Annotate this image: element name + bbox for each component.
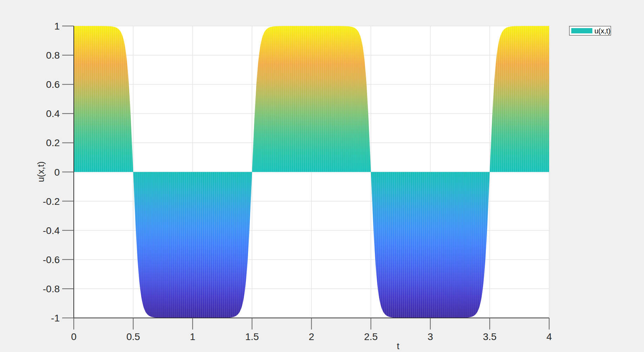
x-tick-label: 0 <box>71 331 77 342</box>
x-tick-label: 3.5 <box>483 331 496 342</box>
wave-block-striation <box>371 172 490 318</box>
y-tick-label: 0.2 <box>46 137 60 148</box>
y-tick-label: -0.8 <box>43 283 60 294</box>
x-tick-label: 1 <box>190 331 195 342</box>
y-tick-label: 1 <box>54 21 60 32</box>
legend-label: u(x,t) <box>594 27 611 34</box>
chart-canvas: 00.511.522.533.54-1-0.8-0.6-0.4-0.200.20… <box>0 0 644 352</box>
y-tick-label: 0 <box>54 167 60 178</box>
legend-box: u(x,t) <box>569 26 611 35</box>
x-tick-label: 4 <box>546 331 552 342</box>
y-tick-label: 0.4 <box>46 108 60 119</box>
y-tick-label: 0.6 <box>46 79 60 90</box>
x-tick-label: 2 <box>309 331 314 342</box>
legend-color-swatch <box>571 28 592 33</box>
matlab-figure: 00.511.522.533.54-1-0.8-0.6-0.4-0.200.20… <box>0 0 644 352</box>
y-tick-label: -0.4 <box>43 225 60 236</box>
x-tick-label: 1.5 <box>245 331 259 342</box>
y-tick-label: -0.6 <box>43 254 60 265</box>
y-tick-label: -0.2 <box>43 196 60 207</box>
x-axis-label: t <box>397 341 399 351</box>
wave-block-striation <box>74 26 133 172</box>
x-tick-label: 0.5 <box>126 331 140 342</box>
y-axis-label: u(x,t) <box>36 161 45 182</box>
wave-block-striation <box>490 26 549 172</box>
wave-block-striation <box>252 26 371 172</box>
x-tick-label: 2.5 <box>364 331 378 342</box>
x-tick-label: 3 <box>428 331 433 342</box>
wave-block-striation <box>133 172 252 318</box>
y-tick-label: -1 <box>51 313 60 324</box>
y-tick-label: 0.8 <box>46 50 60 61</box>
